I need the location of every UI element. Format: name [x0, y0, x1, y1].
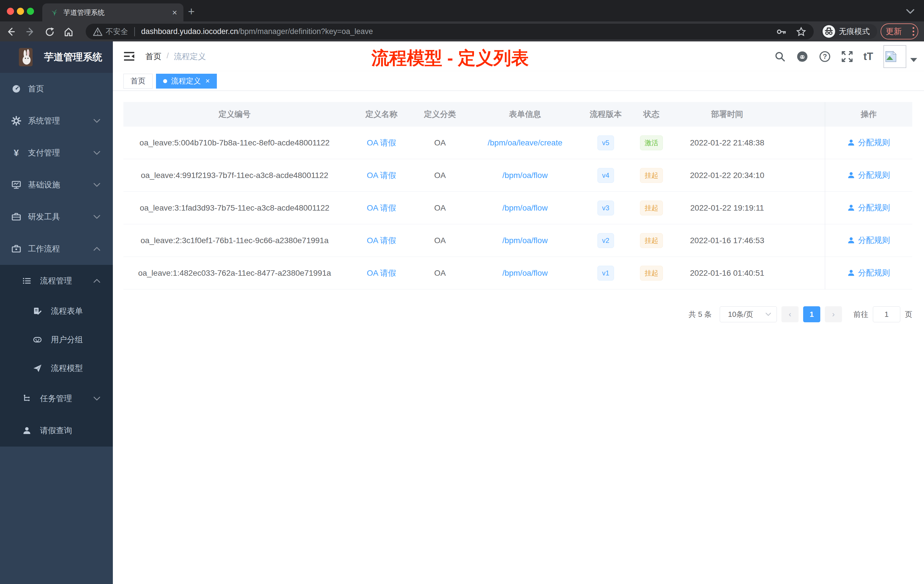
url-text[interactable]: dashboard.yudao.iocoder.cn/bpm/manager/d… — [141, 27, 776, 36]
assign-rule-label: 分配规则 — [858, 137, 890, 148]
tab-close-icon[interactable]: × — [172, 8, 177, 17]
assign-rule-button[interactable]: 分配规则 — [847, 202, 890, 213]
tag-home[interactable]: 首页 — [124, 74, 153, 89]
assign-rule-label: 分配规则 — [858, 267, 890, 278]
fullscreen-icon[interactable] — [841, 51, 853, 63]
page-size-value: 10条/页 — [728, 309, 753, 319]
status-badge: 挂起 — [640, 233, 663, 248]
gear-icon — [12, 116, 21, 126]
sidebar-item-process-form[interactable]: 流程表单 — [0, 297, 113, 325]
sidebar-item-process-model[interactable]: 流程模型 — [0, 354, 113, 383]
current-page-button[interactable]: 1 — [803, 306, 820, 322]
pagination: 共 5 条 10条/页 ‹ 1 › 前往 1 页 — [688, 306, 912, 323]
goto-page-input[interactable]: 1 — [873, 306, 900, 322]
definition-name-link[interactable]: OA 请假 — [367, 236, 396, 245]
breadcrumb-home[interactable]: 首页 — [145, 51, 162, 62]
chevron-down-icon — [93, 214, 101, 219]
list-icon — [22, 276, 32, 285]
security-warning-icon[interactable] — [93, 27, 102, 36]
reload-icon[interactable] — [45, 27, 55, 37]
sidebar-item-payment[interactable]: ¥ 支付管理 — [0, 137, 113, 169]
breadcrumb-current: 流程定义 — [174, 51, 206, 62]
col-definition-name: 定义名称 — [346, 109, 417, 120]
browser-tab[interactable]: 芋道管理系统 × — [42, 3, 183, 21]
definition-name-link[interactable]: OA 请假 — [367, 203, 396, 212]
cell-deploy-time: 2022-01-22 19:19:11 — [678, 203, 776, 213]
definition-name-link[interactable]: OA 请假 — [367, 269, 396, 277]
new-tab-button[interactable]: + — [188, 6, 195, 16]
forward-icon[interactable] — [26, 27, 35, 36]
assign-rule-label: 分配规则 — [858, 170, 890, 181]
form-link[interactable]: /bpm/oa/flow — [502, 236, 548, 245]
breadcrumb: 首页 / 流程定义 — [145, 51, 206, 62]
sidebar-item-task-management[interactable]: 任务管理 — [0, 383, 113, 414]
cell-definition-id: oa_leave:2:3c1f0ef1-76b1-11ec-9c66-a2380… — [124, 236, 346, 245]
app-title: 芋道管理系统 — [44, 51, 102, 64]
url-omnibox[interactable]: 不安全 dashboard.yudao.iocoder.cn/bpm/manag… — [86, 24, 814, 40]
bookmark-star-icon[interactable] — [796, 26, 806, 37]
update-label: 更新 — [886, 26, 902, 37]
assign-rule-button[interactable]: 分配规则 — [847, 235, 890, 246]
chevron-down-icon — [93, 183, 101, 187]
briefcase-icon — [12, 244, 21, 254]
cell-deploy-time: 2022-01-16 01:40:51 — [678, 269, 776, 278]
assign-rule-button[interactable]: 分配规则 — [847, 267, 890, 278]
back-icon[interactable] — [6, 27, 15, 36]
assign-rule-label: 分配规则 — [858, 235, 890, 246]
tag-process-definition[interactable]: 流程定义 × — [156, 74, 217, 89]
definition-name-link[interactable]: OA 请假 — [367, 171, 396, 180]
version-badge: v4 — [597, 168, 614, 183]
cell-definition-id: oa_leave:4:991f2193-7b7f-11ec-a3c8-acde4… — [124, 171, 346, 180]
page-size-select[interactable]: 10条/页 — [720, 306, 777, 322]
sidebar-item-label: 系统管理 — [28, 115, 60, 126]
sidebar-item-process-management[interactable]: 流程管理 — [0, 265, 113, 297]
tab-overview-chevron-icon[interactable] — [905, 8, 916, 15]
col-action: 操作 — [825, 102, 912, 127]
home-icon[interactable] — [63, 27, 74, 37]
sidebar-item-workflow[interactable]: 工作流程 — [0, 233, 113, 265]
sidebar-item-infrastructure[interactable]: 基础设施 — [0, 169, 113, 201]
sidebar-item-label: 研发工具 — [28, 211, 60, 222]
assign-rule-button[interactable]: 分配规则 — [847, 137, 890, 148]
sidebar-fold-icon[interactable] — [124, 51, 135, 61]
avatar-caret-icon[interactable] — [910, 58, 917, 62]
table-row: oa_leave:1:482ec033-762a-11ec-8477-a2380… — [124, 257, 912, 289]
avatar[interactable] — [883, 45, 906, 68]
sidebar-item-devtools[interactable]: 研发工具 — [0, 201, 113, 233]
status-badge: 挂起 — [640, 201, 663, 215]
font-size-icon[interactable]: tT — [863, 51, 873, 63]
definition-name-link[interactable]: OA 请假 — [367, 138, 396, 147]
window-close-button[interactable] — [7, 8, 14, 15]
cell-category: OA — [417, 138, 463, 147]
toolbox-icon — [12, 212, 21, 222]
sidebar-item-leave-query[interactable]: 请假查询 — [0, 414, 113, 447]
help-icon[interactable]: ? — [819, 51, 831, 63]
active-tab-dot — [163, 79, 167, 83]
password-key-icon[interactable] — [776, 26, 786, 37]
sidebar-logo: 芋道管理系统 — [0, 41, 113, 73]
cell-deploy-time: 2022-01-22 20:34:10 — [678, 171, 776, 180]
col-definition-category: 定义分类 — [417, 109, 463, 120]
next-page-button[interactable]: › — [825, 306, 842, 322]
sidebar-item-home[interactable]: 首页 — [0, 73, 113, 105]
cell-definition-id: oa_leave:1:482ec033-762a-11ec-8477-a2380… — [124, 269, 346, 278]
prev-page-button[interactable]: ‹ — [781, 306, 799, 322]
browser-update-button[interactable]: 更新 — [881, 23, 918, 40]
search-icon[interactable] — [774, 51, 786, 62]
window-zoom-button[interactable] — [27, 8, 34, 15]
sidebar-item-label: 流程模型 — [51, 363, 83, 374]
status-badge: 激活 — [640, 135, 663, 150]
window-minimize-button[interactable] — [17, 8, 24, 15]
form-link[interactable]: /bpm/oa/flow — [502, 269, 548, 277]
tag-close-icon[interactable]: × — [205, 77, 210, 86]
sidebar-item-system[interactable]: 系统管理 — [0, 105, 113, 137]
form-link[interactable]: /bpm/oa/flow — [502, 171, 548, 180]
sidebar-item-user-group[interactable]: 用户分组 — [0, 325, 113, 354]
github-icon[interactable] — [796, 50, 808, 63]
form-link[interactable]: /bpm/oa/flow — [502, 203, 548, 212]
assign-rule-button[interactable]: 分配规则 — [847, 170, 890, 181]
omnibox-divider — [134, 27, 135, 36]
security-label[interactable]: 不安全 — [106, 26, 128, 36]
browser-menu-icon[interactable] — [912, 27, 914, 36]
form-link[interactable]: /bpm/oa/leave/create — [488, 138, 563, 147]
